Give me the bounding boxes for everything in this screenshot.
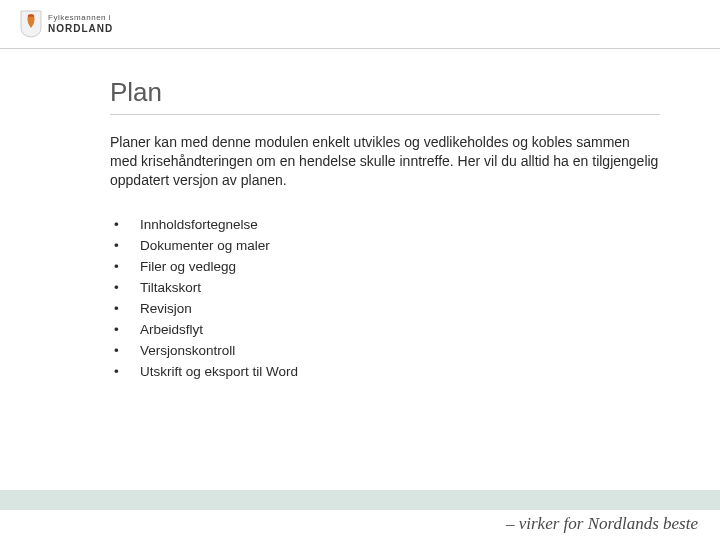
crest-icon — [20, 10, 42, 38]
content-area: Plan Planer kan med denne modulen enkelt… — [0, 49, 720, 382]
bullet-list: •Innholdsfortegnelse •Dokumenter og male… — [110, 214, 660, 382]
list-item: •Versjonskontroll — [110, 340, 660, 361]
logo-line1: Fylkesmannen i — [48, 14, 113, 22]
list-item: •Filer og vedlegg — [110, 256, 660, 277]
list-item-label: Utskrift og eksport til Word — [140, 364, 298, 379]
title-underline — [110, 114, 660, 115]
footer: – virker for Nordlands beste — [0, 488, 720, 540]
list-item: •Arbeidsflyt — [110, 319, 660, 340]
logo: Fylkesmannen i NORDLAND — [20, 10, 113, 38]
logo-line2: NORDLAND — [48, 24, 113, 34]
header-bar: Fylkesmannen i NORDLAND — [0, 0, 720, 49]
footer-tagline: – virker for Nordlands beste — [506, 514, 698, 534]
list-item: •Innholdsfortegnelse — [110, 214, 660, 235]
list-item: •Revisjon — [110, 298, 660, 319]
list-item: •Dokumenter og maler — [110, 235, 660, 256]
list-item: •Utskrift og eksport til Word — [110, 361, 660, 382]
list-item: •Tiltakskort — [110, 277, 660, 298]
page-title: Plan — [110, 77, 660, 108]
body-paragraph: Planer kan med denne modulen enkelt utvi… — [110, 133, 660, 190]
list-item-label: Dokumenter og maler — [140, 238, 270, 253]
footer-bar — [0, 490, 720, 510]
list-item-label: Tiltakskort — [140, 280, 201, 295]
logo-text: Fylkesmannen i NORDLAND — [48, 14, 113, 34]
list-item-label: Arbeidsflyt — [140, 322, 203, 337]
list-item-label: Filer og vedlegg — [140, 259, 236, 274]
list-item-label: Versjonskontroll — [140, 343, 235, 358]
list-item-label: Revisjon — [140, 301, 192, 316]
list-item-label: Innholdsfortegnelse — [140, 217, 258, 232]
